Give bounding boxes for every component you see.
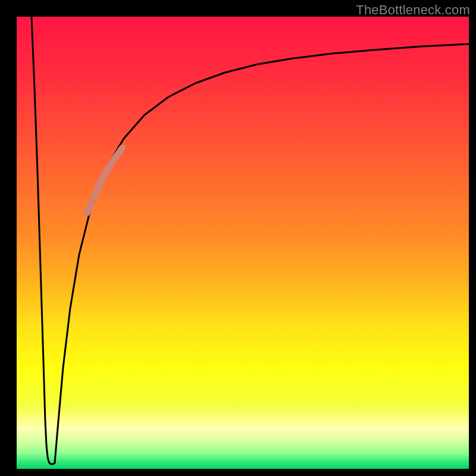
series-descending-stroke — [32, 17, 49, 463]
chart-stage: TheBottleneck.com — [0, 0, 476, 476]
series-ascending-curve — [55, 44, 469, 463]
watermark-text: TheBottleneck.com — [356, 2, 470, 18]
curve-layer — [17, 17, 469, 469]
plot-area — [17, 17, 469, 469]
series-highlight-upper — [94, 148, 123, 197]
series-highlight-lower — [87, 202, 92, 213]
